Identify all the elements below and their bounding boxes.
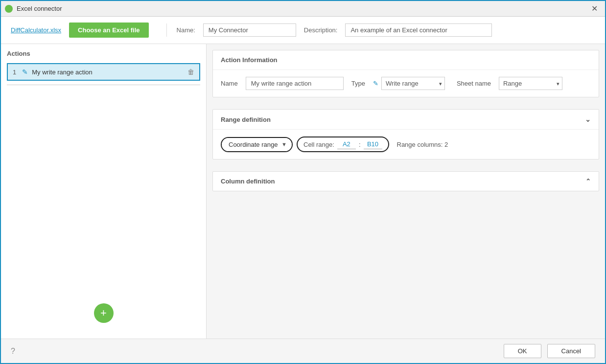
cell-range-label: Cell range: <box>303 141 334 148</box>
window-title: Excel connector <box>17 5 587 12</box>
write-range-type-icon: ✎ <box>373 80 378 87</box>
range-def-body: Coordinate range ▼ Cell range: : Range c… <box>213 130 599 159</box>
action-info-row: Name Type ✎ Write range Sheet name <box>221 77 591 90</box>
bottom-buttons: OK Cancel <box>504 344 595 358</box>
range-def-card: Range definition ⌄ Coordinate range ▼ <box>212 109 599 159</box>
action-info-header: Action Information <box>213 50 599 70</box>
name-input[interactable] <box>203 23 296 37</box>
type-label: Type <box>351 80 365 87</box>
range-def-title: Range definition <box>221 116 271 123</box>
cell-to-input[interactable] <box>364 139 382 149</box>
action-info-title: Action Information <box>221 56 278 64</box>
range-def-collapse-icon[interactable]: ⌄ <box>585 115 591 123</box>
coord-range-wrapper: Coordinate range ▼ <box>221 137 293 152</box>
type-select-container: Write range <box>381 77 445 90</box>
col-def-title: Column definition <box>221 178 275 185</box>
actions-divider <box>7 85 200 85</box>
type-select-wrapper: ✎ Write range <box>373 77 445 90</box>
main-content: Actions 1 ✎ My write range action 🗑 + Ac… <box>1 44 605 339</box>
file-link[interactable]: DiffCalculator.xlsx <box>11 26 61 34</box>
action-name-input[interactable] <box>246 77 344 90</box>
bottom-bar: ? OK Cancel <box>1 339 605 363</box>
top-section: DiffCalculator.xlsx Choose an Excel file… <box>1 17 605 44</box>
add-action-button[interactable]: + <box>94 303 114 323</box>
ok-button[interactable]: OK <box>504 344 541 358</box>
close-button[interactable]: ✕ <box>587 2 601 16</box>
col-def-collapse-icon[interactable]: ⌃ <box>585 178 591 185</box>
col-def-header: Column definition ⌃ <box>213 172 599 191</box>
right-panel: Action Information Name Type ✎ Write ran… <box>207 44 605 339</box>
sheet-name-label: Sheet name <box>457 80 491 87</box>
title-bar: Excel connector ✕ <box>1 1 605 17</box>
col-def-card: Column definition ⌃ <box>212 171 599 191</box>
action-info-body: Name Type ✎ Write range Sheet name <box>213 70 599 97</box>
action-number: 1 <box>13 68 16 76</box>
range-columns-info: Range columns: 2 <box>397 141 448 148</box>
coord-range-select[interactable]: Coordinate range <box>222 138 292 151</box>
description-input[interactable] <box>345 23 492 37</box>
desc-label: Description: <box>304 26 338 34</box>
cell-range-separator: : <box>359 141 361 148</box>
actions-title: Actions <box>7 50 200 57</box>
range-def-header: Range definition ⌄ <box>213 110 599 130</box>
app-icon <box>5 5 13 13</box>
cell-range-wrapper: Cell range: : <box>297 136 389 152</box>
write-range-icon: ✎ <box>22 68 28 76</box>
choose-file-button[interactable]: Choose an Excel file <box>69 23 148 38</box>
sheet-select[interactable]: Range <box>499 77 562 90</box>
help-icon[interactable]: ? <box>11 347 15 356</box>
excel-connector-window: Excel connector ✕ DiffCalculator.xlsx Ch… <box>0 0 606 364</box>
action-item[interactable]: 1 ✎ My write range action 🗑 <box>7 63 200 81</box>
type-select[interactable]: Write range <box>381 77 445 90</box>
action-info-card: Action Information Name Type ✎ Write ran… <box>212 50 599 97</box>
cancel-button[interactable]: Cancel <box>547 344 595 358</box>
sheet-select-container: Range <box>499 77 562 90</box>
name-label: Name: <box>177 26 195 34</box>
left-panel: Actions 1 ✎ My write range action 🗑 + <box>1 44 207 339</box>
action-label: My write range action <box>32 68 184 76</box>
top-right: Name: Description: <box>166 23 595 37</box>
name-field-label: Name <box>221 80 238 87</box>
delete-action-icon[interactable]: 🗑 <box>187 68 194 76</box>
add-btn-container: + <box>7 294 200 333</box>
cell-from-input[interactable] <box>337 139 356 149</box>
range-def-row: Coordinate range ▼ Cell range: : Range c… <box>221 136 591 152</box>
